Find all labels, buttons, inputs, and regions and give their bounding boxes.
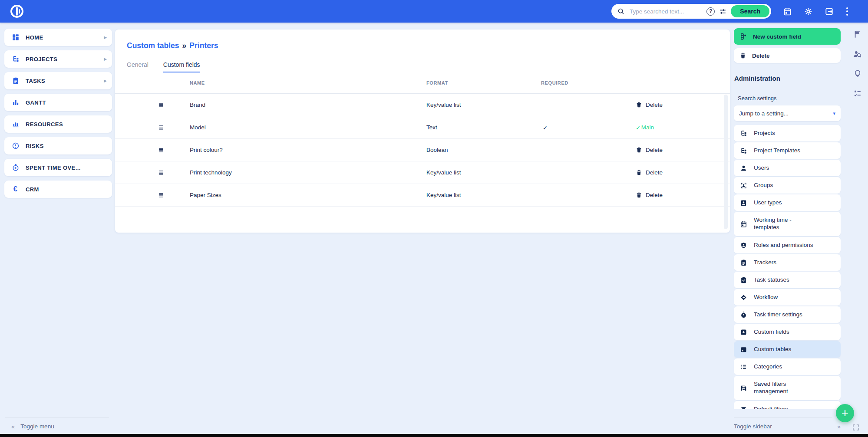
trash-icon (636, 192, 642, 198)
fullscreen-icon[interactable] (852, 424, 860, 431)
drag-handle-icon[interactable] (132, 170, 190, 176)
table-row: Print colour? Boolean Delete (115, 139, 730, 161)
lightbulb-icon[interactable] (853, 69, 862, 78)
user-search-icon[interactable] (853, 49, 862, 59)
help-icon[interactable]: ? (706, 7, 715, 16)
field-format: Boolean (426, 147, 541, 153)
table-scrollbar[interactable] (724, 95, 728, 229)
drag-handle-icon[interactable] (132, 102, 190, 108)
sidebar-item-risks[interactable]: RISKS (4, 137, 112, 154)
sidebar-item-projects[interactable]: PROJECTS ▸ (4, 50, 112, 68)
admin-item-categories[interactable]: Categories (734, 358, 841, 375)
admin-item-groups[interactable]: Groups (734, 177, 841, 194)
toggle-menu-button[interactable]: « Toggle menu (11, 423, 54, 430)
hierarchy-icon (739, 147, 748, 154)
admin-item-task-statuses[interactable]: Task statuses (734, 272, 841, 288)
bottom-edge-strip (0, 434, 868, 437)
trash-icon (636, 102, 642, 108)
stopwatch-icon (739, 311, 748, 319)
admin-item-users[interactable]: Users (734, 160, 841, 176)
delete-label: Delete (646, 147, 663, 153)
sidebar-item-home[interactable]: HOME ▸ (4, 29, 112, 46)
admin-item-custom-tables[interactable]: Custom tables (734, 341, 841, 358)
dropdown-placeholder: Jump to a setting... (739, 110, 789, 117)
breadcrumb-parent-link[interactable]: Custom tables (127, 41, 179, 50)
delete-field-button[interactable]: Delete (636, 147, 719, 153)
kebab-menu-icon[interactable] (845, 7, 849, 16)
tune-icon[interactable] (719, 7, 727, 16)
admin-item-trackers[interactable]: Trackers (734, 254, 841, 271)
new-custom-field-button[interactable]: New custom field (734, 28, 841, 45)
admin-item-label: Saved filters management (754, 381, 807, 395)
admin-item-roles-permissions[interactable]: Roles and permissions (734, 237, 841, 253)
delete-field-button[interactable]: Delete (636, 102, 719, 108)
delete-field-button[interactable]: Delete (636, 169, 719, 176)
sidebar-item-crm[interactable]: € CRM (4, 181, 112, 198)
add-fab-button[interactable]: + (836, 404, 854, 422)
sidebar-item-tasks[interactable]: TASKS ▸ (4, 72, 112, 89)
group-icon (739, 182, 748, 189)
delete-label: Delete (646, 102, 663, 108)
admin-item-label: User types (754, 199, 782, 207)
field-format: Key/value list (426, 192, 541, 198)
admin-item-user-types[interactable]: User types (734, 194, 841, 211)
sidebar-item-label: CRM (26, 186, 39, 193)
calendar-icon[interactable] (783, 7, 792, 16)
checklist-icon[interactable] (853, 89, 862, 98)
delete-field-button[interactable]: Delete (636, 192, 719, 198)
required-check: ✓ (541, 124, 636, 131)
bar-chart-axis-icon (11, 120, 20, 128)
field-format: Text (426, 124, 541, 131)
search-input[interactable] (629, 8, 703, 15)
admin-item-label: Task statuses (754, 276, 789, 284)
table-row: Print technology Key/value list Delete (115, 161, 730, 184)
stopwatch-plus-icon (11, 164, 20, 171)
admin-item-workflow[interactable]: Workflow (734, 289, 841, 306)
flag-icon[interactable] (853, 30, 862, 39)
tab-general[interactable]: General (127, 61, 149, 72)
clipboard-check-icon (739, 276, 748, 284)
field-name: Model (190, 124, 426, 131)
chevron-double-right-icon[interactable]: » (837, 423, 841, 430)
app-logo[interactable] (10, 4, 24, 19)
sidebar-item-resources[interactable]: RESOURCES (4, 115, 112, 133)
admin-item-working-time-templates[interactable]: Working time - templates (734, 212, 841, 236)
search-icon (617, 7, 625, 15)
jump-to-setting-dropdown[interactable]: Jump to a setting... ▾ (734, 105, 841, 121)
new-field-icon (739, 33, 747, 40)
main-field-badge: ✓ Main (636, 124, 719, 131)
admin-item-default-filters[interactable]: Default filters (734, 401, 841, 409)
hierarchy-icon (11, 55, 20, 63)
table-icon (739, 346, 748, 353)
sidebar-item-gantt[interactable]: GANTT (4, 94, 112, 111)
field-name: Print technology (190, 169, 426, 176)
drag-handle-icon[interactable] (132, 147, 190, 153)
admin-item-label: Task timer settings (754, 311, 802, 319)
drag-handle-icon[interactable] (132, 125, 190, 131)
euro-icon: € (11, 185, 20, 194)
table-row: Model Text ✓ ✓ Main (115, 116, 730, 139)
admin-item-custom-fields[interactable]: Custom fields (734, 324, 841, 340)
breadcrumb-current-link[interactable]: Printers (189, 41, 218, 50)
sidebar-item-spent-time[interactable]: SPENT TIME OVE... (4, 159, 112, 176)
drag-handle-icon[interactable] (132, 192, 190, 198)
admin-item-label: Working time - templates (754, 217, 807, 231)
logout-icon[interactable] (825, 7, 834, 16)
admin-item-label: Custom tables (754, 346, 791, 353)
bar-chart-icon (11, 99, 20, 106)
gear-icon[interactable] (804, 7, 813, 16)
admin-item-project-templates[interactable]: Project Templates (734, 142, 841, 159)
tab-custom-fields[interactable]: Custom fields (163, 61, 200, 72)
sidebar-item-label: HOME (26, 34, 43, 41)
breadcrumb-separator: » (182, 41, 187, 50)
admin-item-task-timer-settings[interactable]: Task timer settings (734, 306, 841, 323)
sidebar-item-label: SPENT TIME OVE... (26, 164, 81, 171)
search-button[interactable]: Search (731, 5, 769, 17)
footer-divider (734, 417, 832, 418)
toggle-sidebar-label[interactable]: Toggle sidebar (734, 423, 837, 430)
main-content-card: Custom tables»Printers General Custom fi… (115, 30, 730, 233)
admin-item-saved-filters[interactable]: Saved filters management (734, 376, 841, 400)
delete-button[interactable]: Delete (734, 48, 841, 63)
admin-item-projects[interactable]: Projects (734, 125, 841, 141)
check-icon: ✓ (636, 124, 641, 131)
